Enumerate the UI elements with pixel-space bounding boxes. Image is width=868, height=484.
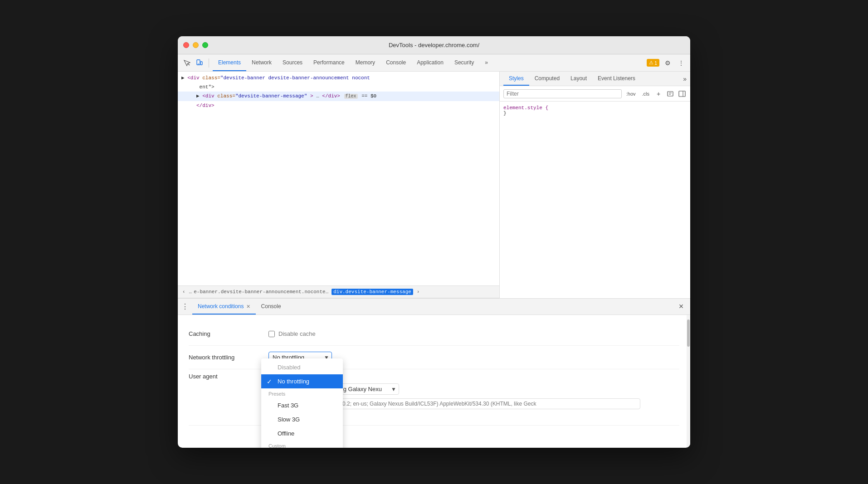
- devtools-window: DevTools - developer.chrome.com/ Element…: [178, 36, 690, 448]
- dom-line-1: ▶ <div class="devsite-banner devsite-ban…: [178, 73, 499, 82]
- tab-network[interactable]: Network: [246, 54, 277, 71]
- maximize-button[interactable]: [202, 42, 208, 48]
- add-style-icon[interactable]: +: [654, 89, 663, 98]
- devtools-toolbar: Elements Network Sources Performance Mem…: [178, 54, 690, 72]
- tab-memory[interactable]: Memory: [350, 54, 380, 71]
- minimize-button[interactable]: [193, 42, 199, 48]
- device-toolbar-icon[interactable]: [194, 58, 205, 68]
- drawer-tab-bar: ⋮ Network conditions × Console ×: [178, 299, 690, 315]
- toolbar-separator-1: [209, 58, 209, 68]
- drawer-tab-close-network-conditions[interactable]: ×: [246, 303, 250, 310]
- dropdown-group-presets: Presets: [261, 388, 343, 398]
- caching-row: Caching Disable cache: [189, 322, 679, 346]
- breadcrumb-item-2[interactable]: div.devsite-banner-message: [332, 289, 413, 295]
- hov-button[interactable]: :hov: [624, 90, 638, 97]
- user-agent-label: User agent: [189, 373, 261, 380]
- close-button[interactable]: [183, 42, 189, 48]
- tab-elements[interactable]: Elements: [213, 54, 246, 71]
- dropdown-group-custom: Custom: [261, 440, 343, 448]
- styles-tab-layout[interactable]: Layout: [565, 72, 592, 86]
- styles-tab-styles[interactable]: Styles: [503, 72, 529, 86]
- tab-sources[interactable]: Sources: [277, 54, 308, 71]
- breadcrumb-item-1[interactable]: e-banner.devsite-banner-announcement.noc…: [194, 289, 330, 295]
- dom-content: ▶ <div class="devsite-banner devsite-ban…: [178, 72, 499, 286]
- dom-line-3: ▶ <div class="devsite-banner-message" > …: [178, 92, 499, 101]
- drawer-scrollbar-track[interactable]: [687, 315, 690, 448]
- caching-control: Disable cache: [268, 330, 679, 337]
- dropdown-item-no-throttling-label: No throttling: [278, 378, 309, 385]
- warning-icon: ⚠: [649, 60, 653, 66]
- window-title: DevTools - developer.chrome.com/: [389, 42, 479, 48]
- breadcrumb-bar: ‹ … e-banner.devsite-banner-announcement…: [178, 286, 499, 298]
- check-icon: ✓: [267, 378, 272, 385]
- styles-panel: Styles Computed Layout Event Listeners »…: [500, 72, 690, 298]
- drawer-close-button[interactable]: ×: [676, 301, 687, 312]
- styles-filter-bar: :hov .cls +: [500, 86, 690, 102]
- styles-tab-computed[interactable]: Computed: [529, 72, 565, 86]
- drawer-tab-network-conditions[interactable]: Network conditions ×: [192, 299, 256, 315]
- dom-line-2: ent">: [178, 82, 499, 92]
- dom-panel: ▶ <div class="devsite-banner devsite-ban…: [178, 72, 500, 298]
- dropdown-item-disabled[interactable]: Disabled: [261, 360, 343, 374]
- warning-badge[interactable]: ⚠ 1: [647, 59, 659, 67]
- network-conditions-content: Caching Disable cache Network throttling…: [178, 315, 690, 433]
- styles-content: element.style { }: [500, 102, 690, 298]
- styles-filter-input[interactable]: [503, 89, 622, 98]
- network-throttling-row: Network throttling No throttling ▼ Disab…: [189, 346, 679, 369]
- title-bar: DevTools - developer.chrome.com/: [178, 36, 690, 54]
- toggle-sidebar-icon[interactable]: [678, 89, 687, 98]
- breadcrumb-right-arrow[interactable]: ›: [415, 289, 422, 295]
- drawer-scrollbar-thumb[interactable]: [687, 319, 690, 347]
- dropdown-item-slow3g-label: Slow 3G: [278, 416, 300, 423]
- more-options-icon[interactable]: ⋮: [676, 58, 687, 68]
- traffic-lights: [183, 42, 208, 48]
- tab-security[interactable]: Security: [449, 54, 479, 71]
- select-element-icon[interactable]: [181, 58, 192, 68]
- caching-checkbox-label: Disable cache: [278, 330, 316, 337]
- dropdown-item-offline-label: Offline: [278, 430, 294, 437]
- svg-rect-2: [200, 62, 202, 65]
- tab-performance[interactable]: Performance: [308, 54, 350, 71]
- caching-checkbox[interactable]: [268, 331, 275, 337]
- drawer-tab-console[interactable]: Console: [256, 299, 287, 315]
- dom-line-4: </div>: [178, 101, 499, 110]
- tab-application[interactable]: Application: [411, 54, 449, 71]
- bottom-drawer: ⋮ Network conditions × Console × Caching…: [178, 298, 690, 448]
- settings-icon[interactable]: ⚙: [662, 58, 673, 68]
- throttling-label: Network throttling: [189, 354, 261, 361]
- dropdown-item-no-throttling[interactable]: ✓ No throttling: [261, 374, 343, 388]
- dropdown-item-fast3g-label: Fast 3G: [278, 402, 298, 409]
- element-style-rule: element.style { }: [503, 105, 687, 116]
- dropdown-item-disabled-label: Disabled: [278, 364, 301, 371]
- warning-count: 1: [654, 60, 657, 66]
- styles-more-tabs[interactable]: »: [683, 75, 687, 82]
- styles-tab-event-listeners[interactable]: Event Listeners: [592, 72, 641, 86]
- drawer-tab-label-console: Console: [261, 303, 281, 310]
- tab-more[interactable]: »: [479, 54, 493, 71]
- element-style-close: }: [503, 111, 507, 116]
- dropdown-item-slow3g[interactable]: Slow 3G: [261, 412, 343, 426]
- svg-rect-4: [668, 92, 673, 96]
- breadcrumb-ellipsis: …: [189, 289, 192, 295]
- tab-console[interactable]: Console: [380, 54, 411, 71]
- throttling-dropdown: Disabled ✓ No throttling Presets Fast 3G…: [261, 358, 343, 448]
- dropdown-item-fast3g[interactable]: Fast 3G: [261, 398, 343, 412]
- main-area: ▶ <div class="devsite-banner devsite-ban…: [178, 72, 690, 298]
- caching-label: Caching: [189, 330, 261, 337]
- svg-rect-7: [679, 91, 685, 97]
- element-style-selector: element.style {: [503, 105, 548, 111]
- drawer-menu-icon[interactable]: ⋮: [181, 302, 189, 311]
- new-style-rule-icon[interactable]: [666, 89, 675, 98]
- breadcrumb-left-arrow[interactable]: ‹: [180, 289, 187, 295]
- svg-line-0: [188, 63, 190, 65]
- styles-tabs: Styles Computed Layout Event Listeners »: [500, 72, 690, 86]
- dropdown-item-offline[interactable]: Offline: [261, 426, 343, 440]
- cls-button[interactable]: .cls: [640, 90, 652, 97]
- toolbar-right: ⚠ 1 ⚙ ⋮: [647, 58, 687, 68]
- main-tab-bar: Elements Network Sources Performance Mem…: [213, 54, 645, 71]
- drawer-tab-label-network-conditions: Network conditions: [198, 303, 244, 310]
